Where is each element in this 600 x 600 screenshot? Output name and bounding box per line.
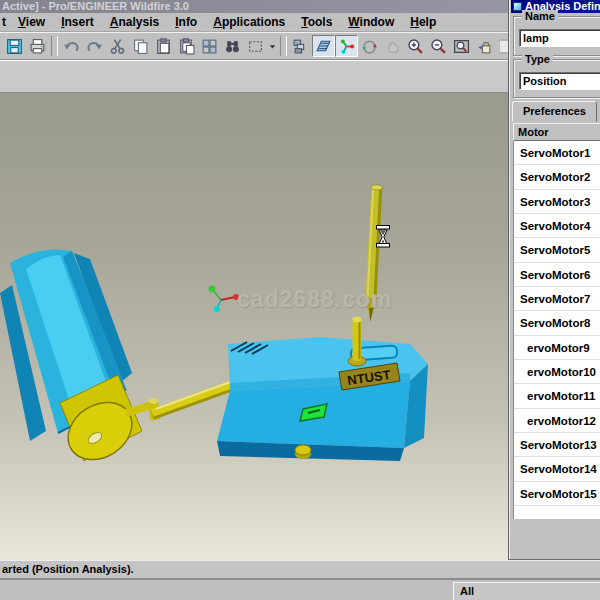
toolbar-separator: [51, 36, 58, 56]
zoom-out-icon[interactable]: [427, 35, 450, 57]
cut-icon[interactable]: [106, 35, 129, 57]
motor-column-header: Motor: [513, 123, 600, 141]
datum-plane-display-icon[interactable]: [312, 35, 335, 57]
status-message: arted (Position Analysis).: [2, 563, 134, 575]
redo-icon[interactable]: [83, 35, 106, 57]
menu-item-applications[interactable]: Applications: [205, 13, 293, 31]
motor-row-servomotor4[interactable]: ServoMotor4: [514, 214, 600, 238]
type-select[interactable]: [519, 72, 600, 90]
watermark-text: cad2688.com: [237, 286, 392, 312]
motor-row-servomotor8[interactable]: ServoMotor8: [514, 311, 600, 335]
base-box-part: NTUST: [217, 317, 428, 462]
analysis-definition-dialog: Analysis Definition Name Type Preference…: [508, 0, 600, 561]
name-group-label: Name: [522, 10, 558, 23]
motor-row-ervomotor9[interactable]: ervoMotor9: [514, 336, 600, 360]
print-icon[interactable]: [26, 35, 49, 57]
menu-item-analysis[interactable]: Analysis: [102, 13, 167, 31]
cylinder-part: [0, 250, 143, 472]
regenerate-icon[interactable]: [198, 35, 221, 57]
menu-item-insert[interactable]: Insert: [53, 13, 102, 31]
menu-item-help[interactable]: Help: [402, 13, 444, 31]
dialog-icon: [513, 2, 522, 11]
motor-row-servomotor13[interactable]: ServoMotor13: [514, 433, 600, 457]
dialog-tabs: Preferences Motors: [512, 101, 600, 122]
menu-item-window[interactable]: Window: [340, 13, 402, 31]
menu-item-t[interactable]: t: [0, 13, 10, 31]
motor-row-servomotor7[interactable]: ServoMotor7: [514, 287, 600, 311]
select-arrow-icon[interactable]: [267, 35, 278, 57]
name-input[interactable]: [519, 29, 600, 47]
motor-row-ervomotor12[interactable]: ervoMotor12: [514, 409, 600, 433]
motor-row-servomotor14[interactable]: ServoMotor14: [514, 457, 600, 481]
pan-icon[interactable]: [381, 35, 404, 57]
type-group: Type: [513, 59, 600, 98]
motor-row-ervomotor11[interactable]: ervoMotor11: [514, 384, 600, 408]
motor-row-servomotor2[interactable]: ServoMotor2: [514, 165, 600, 189]
spin-center-icon[interactable]: [358, 35, 381, 57]
refit-icon[interactable]: [450, 35, 473, 57]
motor-row-servomotor5[interactable]: ServoMotor5: [514, 238, 600, 262]
toolbar-separator: [280, 36, 287, 56]
motor-row-servomotor15[interactable]: ServoMotor15: [514, 482, 600, 506]
motor-list: ServoMotor1ServoMotor2ServoMotor3ServoMo…: [513, 141, 600, 519]
type-group-label: Type: [522, 53, 553, 66]
undo-icon[interactable]: [60, 35, 83, 57]
selection-filter-field[interactable]: All: [453, 582, 600, 600]
paste-icon[interactable]: [152, 35, 175, 57]
motor-row-servomotor3[interactable]: ServoMotor3: [514, 190, 600, 214]
find-icon[interactable]: [221, 35, 244, 57]
csys-display-icon[interactable]: [335, 35, 358, 57]
save-icon[interactable]: [3, 35, 26, 57]
copy-icon[interactable]: [129, 35, 152, 57]
view-manager-icon[interactable]: [289, 35, 312, 57]
motor-row-ervomotor10[interactable]: ervoMotor10: [514, 360, 600, 384]
tab-preferences[interactable]: Preferences: [512, 101, 597, 122]
window-title: Active] - Pro/ENGINEER Wildfire 3.0: [2, 0, 189, 12]
menu-item-info[interactable]: Info: [167, 13, 205, 31]
paste-special-icon[interactable]: [175, 35, 198, 57]
motor-row-servomotor6[interactable]: ServoMotor6: [514, 263, 600, 287]
zoom-in-icon[interactable]: [404, 35, 427, 57]
name-group: Name: [513, 16, 600, 56]
motor-row-servomotor1[interactable]: ServoMotor1: [514, 141, 600, 165]
menu-item-view[interactable]: View: [10, 13, 53, 31]
repaint-icon[interactable]: [473, 35, 496, 57]
csys-triad: [209, 286, 240, 313]
status-message-bar: arted (Position Analysis).: [0, 560, 600, 578]
menu-item-tools[interactable]: Tools: [293, 13, 340, 31]
select-rect-icon[interactable]: [244, 35, 267, 57]
